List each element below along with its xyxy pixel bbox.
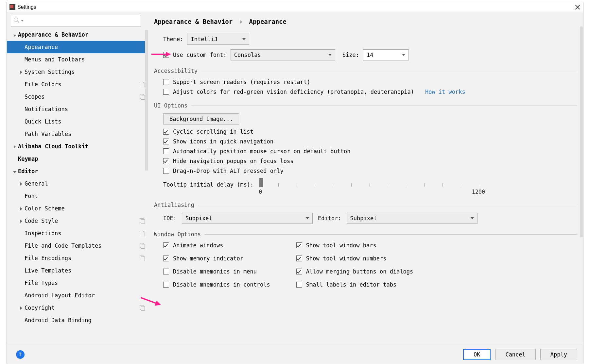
sidebar-item-label: Quick Lists — [25, 118, 61, 125]
sidebar-item[interactable]: Code Style — [7, 215, 148, 227]
section-antialiasing: Antialiasing — [154, 202, 194, 208]
dialog-footer: ? OK Cancel Apply — [7, 345, 583, 364]
sidebar-item-label: Appearance — [25, 44, 58, 50]
sidebar-item[interactable]: Appearance & Behavior — [7, 28, 148, 41]
checkbox[interactable] — [296, 242, 302, 248]
sidebar-item[interactable]: File Types — [7, 277, 148, 289]
checkbox-label: Small labels in editor tabs — [306, 281, 396, 288]
sidebar-item-label: Font — [25, 193, 38, 199]
copy-icon — [140, 82, 145, 87]
sidebar-item[interactable]: Inspections — [7, 227, 148, 240]
ok-button[interactable]: OK — [463, 349, 491, 360]
checkbox-label: Show tool window numbers — [306, 255, 387, 262]
help-icon[interactable]: ? — [16, 350, 25, 359]
font-value: Consolas — [234, 52, 261, 58]
sidebar-item-label: Inspections — [25, 230, 61, 237]
chevron-right-icon — [18, 218, 25, 224]
checkbox[interactable] — [163, 269, 169, 274]
sidebar-item[interactable]: Editor — [7, 165, 148, 177]
sidebar-item[interactable]: Quick Lists — [7, 115, 148, 128]
hide-popups-checkbox[interactable] — [163, 158, 169, 164]
font-size-select[interactable]: 14 — [363, 49, 409, 60]
sidebar-item-label: File and Code Templates — [25, 242, 101, 249]
sidebar-item[interactable]: File Colors — [7, 78, 148, 91]
checkbox[interactable] — [163, 256, 169, 261]
anti-editor-value: Subpixel — [350, 215, 377, 222]
sidebar-item[interactable]: File Encodings — [7, 252, 148, 264]
screen-readers-checkbox[interactable] — [163, 79, 169, 85]
sidebar-item[interactable]: Android Data Binding — [7, 314, 148, 326]
breadcrumb-sep: › — [239, 18, 243, 25]
sidebar-item[interactable]: System Settings — [7, 66, 148, 78]
sidebar-item-label: File Types — [25, 280, 58, 286]
icons-nav-checkbox[interactable] — [163, 139, 169, 144]
anti-ide-label: IDE: — [163, 215, 177, 222]
checkbox-label: Allow merging buttons on dialogs — [306, 268, 413, 275]
tooltip-delay-slider[interactable]: 0 1200 — [260, 180, 479, 194]
apply-button[interactable]: Apply — [540, 349, 577, 360]
checkbox[interactable] — [296, 269, 302, 274]
sidebar-item[interactable]: General — [7, 177, 148, 190]
background-image-button[interactable]: Background Image... — [163, 113, 239, 124]
sidebar-item[interactable]: Live Templates — [7, 264, 148, 277]
anti-editor-select[interactable]: Subpixel — [347, 213, 477, 224]
sidebar-item[interactable]: Menus and Toolbars — [7, 53, 148, 66]
sidebar-item[interactable]: Path Variables — [7, 128, 148, 140]
sidebar-item-label: Android Data Binding — [25, 317, 92, 323]
anti-ide-select[interactable]: Subpixel — [182, 213, 313, 224]
screen-readers-label: Support screen readers (requires restart… — [173, 79, 310, 85]
auto-cursor-label: Automatically position mouse cursor on d… — [173, 148, 350, 155]
main-scrollbar[interactable] — [580, 26, 583, 237]
sidebar-item-label: Alibaba Cloud Toolkit — [18, 143, 88, 150]
chevron-down-icon — [21, 20, 24, 22]
cyclic-scrolling-checkbox[interactable] — [163, 129, 169, 135]
sidebar-item-label: Android Layout Editor — [25, 292, 95, 299]
icons-nav-label: Show icons in quick navigation — [173, 138, 273, 145]
font-size-value: 14 — [367, 52, 373, 58]
sidebar-scrollbar[interactable] — [145, 30, 148, 171]
sidebar-item-label: Keymap — [18, 156, 38, 162]
sidebar-item-label: Scopes — [25, 93, 44, 100]
sidebar-item[interactable]: Color Scheme — [7, 202, 148, 215]
divider — [191, 106, 577, 106]
sidebar-item[interactable]: File and Code Templates — [7, 240, 148, 252]
sidebar-item-label: Code Style — [25, 218, 58, 224]
sidebar-item[interactable]: Alibaba Cloud Toolkit — [7, 140, 148, 153]
sidebar-item-label: File Colors — [25, 81, 61, 88]
theme-select[interactable]: IntelliJ — [187, 34, 249, 45]
use-custom-font-label: Use custom font: — [173, 52, 227, 58]
theme-label: Theme: — [163, 36, 183, 42]
font-select[interactable]: Consolas — [231, 49, 335, 60]
cancel-button[interactable]: Cancel — [495, 349, 535, 360]
chevron-right-icon — [11, 143, 18, 150]
sidebar-item[interactable]: Keymap — [7, 153, 148, 165]
sidebar-item[interactable]: Copyright — [7, 302, 148, 314]
dnd-alt-checkbox[interactable] — [163, 168, 169, 174]
divider — [198, 205, 577, 205]
checkbox[interactable] — [163, 282, 169, 288]
checkbox[interactable] — [296, 256, 302, 261]
app-icon — [9, 4, 15, 10]
breadcrumb: Appearance & Behavior › Appearance — [154, 18, 577, 25]
copy-icon — [140, 94, 145, 99]
sidebar-item[interactable]: Font — [7, 190, 148, 202]
settings-tree: Appearance & BehaviorAppearanceMenus and… — [7, 28, 148, 345]
sidebar-item[interactable]: Notifications — [7, 103, 148, 115]
color-deficiency-checkbox[interactable] — [163, 89, 169, 95]
close-icon[interactable] — [575, 4, 581, 10]
use-custom-font-checkbox[interactable] — [163, 52, 169, 58]
sidebar-item[interactable]: Appearance — [7, 41, 148, 53]
sidebar-item[interactable]: Scopes — [7, 91, 148, 103]
sidebar-item-label: Editor — [18, 168, 38, 174]
chevron-down-icon — [242, 38, 246, 40]
checkbox[interactable] — [296, 282, 302, 288]
sidebar-item-label: File Encodings — [25, 255, 71, 261]
auto-cursor-checkbox[interactable] — [163, 148, 169, 154]
hide-popups-label: Hide navigation popups on focus loss — [173, 158, 293, 164]
checkbox[interactable] — [163, 242, 169, 248]
copy-icon — [140, 218, 145, 223]
search-input[interactable] — [11, 15, 141, 26]
chevron-down-icon — [328, 54, 332, 56]
sidebar-item[interactable]: Android Layout Editor — [7, 289, 148, 302]
how-it-works-link[interactable]: How it works — [425, 89, 465, 95]
